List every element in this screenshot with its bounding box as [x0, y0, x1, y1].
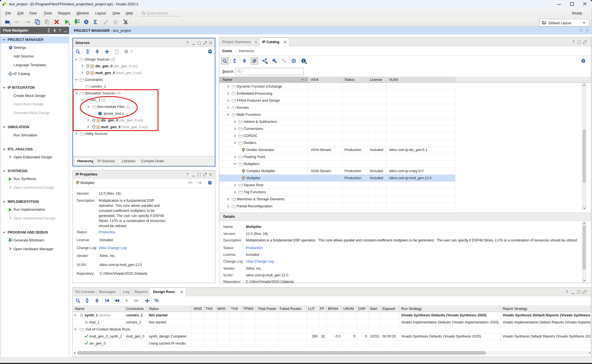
svg-text:?: ?: [116, 50, 118, 54]
svg-text:01: 01: [78, 19, 80, 21]
svg-text:10: 10: [78, 21, 80, 23]
svg-text:10: 10: [11, 240, 13, 241]
svg-text:01: 01: [11, 238, 13, 240]
